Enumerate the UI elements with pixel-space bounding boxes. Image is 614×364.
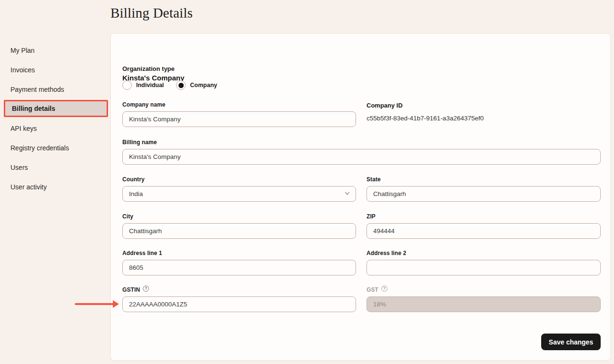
state-input[interactable] [366, 186, 601, 202]
radio-individual-label: Individual [136, 82, 164, 89]
gstin-label: GSTIN ? [122, 286, 356, 293]
address-line-1-group: Address line 1 [122, 249, 356, 275]
sidebar-item-billing-details[interactable]: Billing details [4, 100, 108, 117]
sidebar-item-user-activity[interactable]: User activity [0, 177, 110, 197]
organization-type-radio-group: Individual Company [122, 80, 217, 90]
radio-individual-circle [122, 80, 132, 90]
city-input[interactable] [122, 223, 356, 239]
address-line-2-input[interactable] [366, 260, 601, 275]
sidebar-item-invoices[interactable]: Invoices [0, 60, 110, 79]
page-title: Billing Details [110, 5, 193, 21]
zip-input[interactable] [366, 223, 601, 239]
billing-name-label: Billing name [122, 138, 601, 146]
save-changes-button[interactable]: Save changes [541, 334, 601, 350]
gst-input [366, 296, 601, 312]
state-group: State [366, 176, 601, 202]
company-id-group: Company ID c55b5f3f-83ed-41b7-9161-a3a26… [366, 102, 601, 122]
company-id-label: Company ID [366, 102, 601, 109]
radio-company-circle [176, 80, 186, 90]
gstin-input[interactable] [122, 296, 356, 312]
billing-name-input[interactable] [122, 149, 601, 165]
sidebar-item-payment-methods[interactable]: Payment methods [0, 79, 110, 99]
radio-individual[interactable]: Individual [122, 80, 164, 90]
gstin-group: GSTIN ? [122, 286, 356, 312]
gst-group: GST ? [366, 286, 601, 312]
state-label: State [366, 176, 601, 183]
country-label: Country [122, 176, 356, 183]
city-label: City [122, 213, 356, 220]
billing-name-group: Billing name [122, 138, 601, 165]
zip-group: ZIP [366, 213, 601, 239]
address-line-1-input[interactable] [122, 260, 356, 275]
radio-company-label: Company [190, 82, 217, 89]
radio-company[interactable]: Company [176, 80, 217, 90]
country-group: Country [122, 176, 356, 202]
gst-help-icon[interactable]: ? [381, 285, 387, 292]
sidebar-item-my-plan[interactable]: My Plan [0, 40, 110, 60]
company-name-input[interactable] [122, 111, 356, 127]
billing-sidebar: My Plan Invoices Payment methods Billing… [0, 40, 110, 197]
sidebar-item-api-keys[interactable]: API keys [0, 118, 110, 138]
sidebar-item-users[interactable]: Users [0, 157, 110, 177]
city-group: City [122, 213, 356, 239]
gst-label: GST ? [366, 286, 601, 293]
annotation-arrow-gstin [75, 300, 120, 308]
company-name-group: Company name [122, 101, 356, 127]
gstin-help-icon[interactable]: ? [143, 285, 149, 292]
address-line-2-label: Address line 2 [366, 249, 601, 256]
address-line-2-group: Address line 2 [366, 249, 601, 275]
company-name-label: Company name [122, 101, 356, 108]
zip-label: ZIP [366, 213, 601, 220]
sidebar-item-registry-credentials[interactable]: Registry credentials [0, 138, 110, 157]
billing-details-panel: Kinsta's Company Organization type Indiv… [110, 33, 611, 361]
annotation-arrow-shaft [75, 303, 114, 305]
address-line-1-label: Address line 1 [122, 249, 356, 256]
company-id-value: c55b5f3f-83ed-41b7-9161-a3a264375ef0 [366, 115, 601, 122]
organization-type-label: Organization type [122, 65, 175, 72]
country-select[interactable] [122, 186, 356, 202]
annotation-arrow-head [113, 300, 119, 308]
